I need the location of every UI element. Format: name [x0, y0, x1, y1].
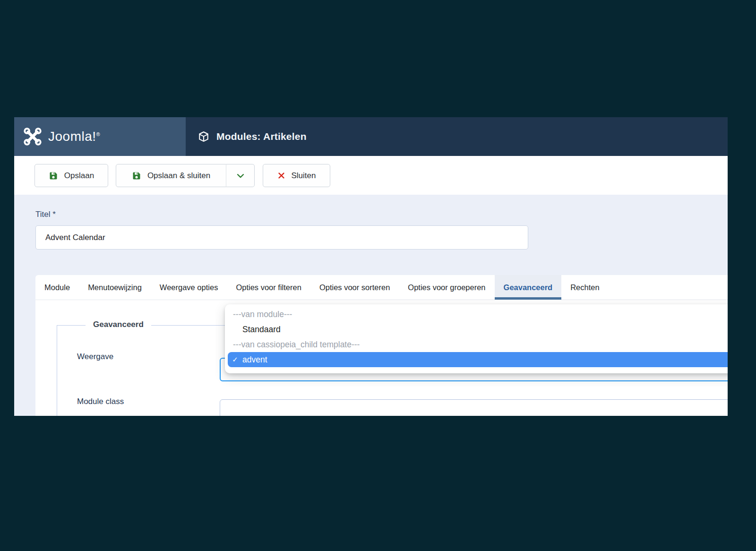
cube-icon [198, 130, 210, 143]
dropdown-group-van-cassiopeia-child-template: ---van cassiopeia_child template--- [225, 337, 728, 352]
save-options-dropdown-toggle[interactable] [226, 164, 255, 187]
dropdown-option-standaard[interactable]: Standaard [225, 322, 728, 337]
dropdown-option-advent-label: advent [242, 352, 267, 367]
advanced-fieldset-legend: Geavanceerd [86, 320, 151, 329]
title-field-label: Titel * [35, 210, 56, 219]
tab-menutoewijzing[interactable]: Menutoewijzing [79, 275, 151, 300]
tab-opties-voor-sorteren[interactable]: Opties voor sorteren [310, 275, 399, 300]
module-class-input[interactable] [220, 399, 728, 416]
brand-text: Joomla!® [48, 129, 100, 144]
close-button-label: Sluiten [292, 171, 316, 181]
toolbar: Opslaan Opslaan & sluiten [14, 156, 728, 195]
page-title-area: Modules: Artikelen [198, 117, 307, 156]
save-icon [49, 171, 58, 181]
tab-geavanceerd[interactable]: Geavanceerd [495, 275, 562, 300]
module-class-field-label: Module class [77, 397, 124, 406]
brand-area[interactable]: Joomla!® [14, 117, 186, 156]
page-title: Modules: Artikelen [216, 131, 307, 142]
save-close-button[interactable]: Opslaan & sluiten [116, 164, 226, 187]
tab-opties-voor-groeperen[interactable]: Opties voor groeperen [399, 275, 494, 300]
close-x-icon [277, 172, 285, 180]
weergave-field-label: Weergave [77, 352, 113, 362]
tab-rechten[interactable]: Rechten [561, 275, 608, 300]
joomla-logo-icon [23, 127, 43, 146]
tab-opties-voor-filteren[interactable]: Opties voor filteren [227, 275, 310, 300]
save-button[interactable]: Opslaan [34, 164, 108, 187]
admin-header: Joomla!® Modules: Artikelen [14, 117, 728, 156]
checkmark-icon: ✓ [228, 352, 242, 367]
joomla-admin-window: Joomla!® Modules: Artikelen Opslaan [14, 117, 728, 416]
weergave-dropdown-panel: ---van module--- Standaard ---van cassio… [225, 304, 728, 373]
close-button[interactable]: Sluiten [263, 164, 330, 187]
tab-module[interactable]: Module [35, 275, 79, 300]
dropdown-option-advent-selected[interactable]: ✓ advent [228, 352, 728, 367]
title-input[interactable] [35, 225, 528, 250]
tab-bar: Module Menutoewijzing Weergave opties Op… [35, 275, 728, 300]
chevron-down-icon [235, 171, 246, 181]
save-icon [132, 171, 141, 181]
dropdown-group-van-module: ---van module--- [225, 307, 728, 322]
screenshot-canvas: Joomla!® Modules: Artikelen Opslaan [0, 0, 756, 551]
save-button-label: Opslaan [64, 171, 94, 181]
save-close-button-label: Opslaan & sluiten [147, 171, 210, 181]
tab-weergave-opties[interactable]: Weergave opties [151, 275, 227, 300]
